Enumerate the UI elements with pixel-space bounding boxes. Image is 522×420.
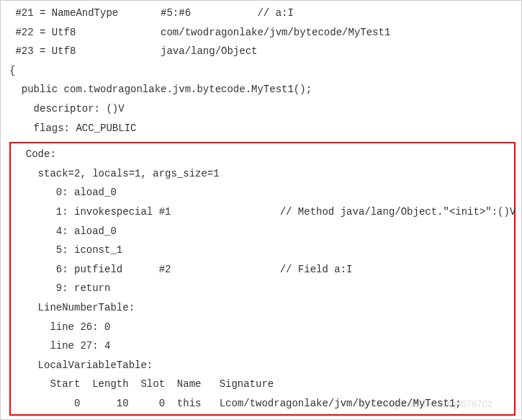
- line-number-entry: line 27: 4: [14, 336, 511, 356]
- bytecode-instruction: 1: invokespecial #1 // Method java/lang/…: [14, 202, 511, 222]
- code-header: Code:: [14, 145, 511, 164]
- bytecode-instruction: 5: iconst_1: [14, 241, 511, 260]
- local-var-columns: Start Length Slot Name Signature: [14, 375, 511, 394]
- line-number-entry: line 26: 0: [14, 318, 511, 337]
- stack-info: stack=2, locals=1, args_size=1: [14, 164, 511, 184]
- method-descriptor: descriptor: ()V: [9, 99, 513, 119]
- method-flags: flags: ACC_PUBLIC: [9, 119, 513, 138]
- constant-pool-entry: #23 = Utf8 java/lang/Object: [9, 42, 513, 61]
- local-var-row: 0 10 0 this Lcom/twodragonlake/jvm/bytec…: [14, 394, 511, 414]
- constant-pool-entry: #22 = Utf8 com/twodragonlake/jvm/bytecod…: [9, 23, 513, 43]
- code-highlight-box: Code: stack=2, locals=1, args_size=1 0: …: [9, 142, 516, 416]
- constant-pool-entry: #21 = NameAndType #5:#6 // a:I: [9, 4, 513, 23]
- bytecode-instruction: 6: putfield #2 // Field a:I: [14, 260, 511, 280]
- bytecode-instruction: 4: aload_0: [14, 222, 511, 241]
- local-var-table-header: LocalVariableTable:: [14, 356, 511, 375]
- bytecode-instruction: 0: aload_0: [14, 183, 511, 202]
- open-brace: {: [9, 61, 513, 81]
- method-declaration: public com.twodragonlake.jvm.bytecode.My…: [9, 80, 513, 99]
- line-number-table-header: LineNumberTable:: [14, 298, 511, 318]
- bytecode-listing: #21 = NameAndType #5:#6 // a:I #22 = Utf…: [1, 1, 521, 140]
- bytecode-instruction: 9: return: [14, 279, 511, 298]
